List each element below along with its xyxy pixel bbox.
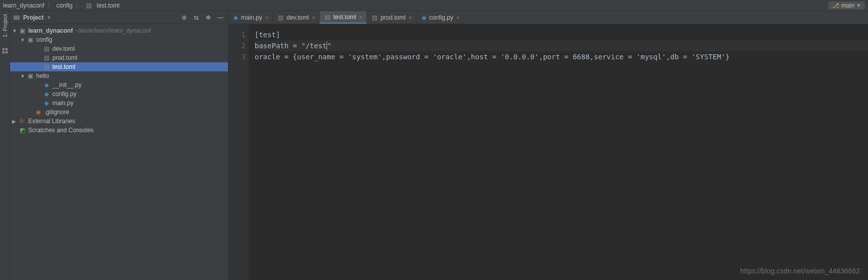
tree-file[interactable]: ◆ __init__.py [10, 80, 228, 89]
toml-file-icon: ▤ [42, 45, 50, 52]
editor-tab[interactable]: ▤dev.toml× [273, 11, 320, 24]
editor-tab[interactable]: ◆config.py× [417, 11, 464, 24]
chevron-right-icon: 〉 [47, 1, 53, 10]
toml-file-icon: ▤ [278, 14, 283, 21]
toml-file-icon: ▤ [85, 2, 93, 9]
toml-file-icon: ▤ [372, 14, 377, 21]
breadcrumb: learn_dynaconf 〉 config 〉 ▤ test.toml [3, 1, 828, 10]
editor-tab-bar: ◆main.py×▤dev.toml×▤test.toml×▤prod.toml… [228, 11, 868, 24]
library-icon: ⊪ [18, 118, 26, 125]
tree-file-selected[interactable]: ▤ test.toml [10, 62, 228, 71]
toml-file-icon: ▤ [42, 63, 50, 70]
git-branch-selector[interactable]: ⎇ main ▼ [828, 2, 865, 10]
project-panel: Project ▼ ⊕ ⇆ ✻ — ▼ ▣ learn_dynaconf ~/w… [10, 11, 228, 280]
tree-file[interactable]: ▤ dev.toml [10, 44, 228, 53]
branch-icon: ⎇ [832, 2, 839, 9]
gear-icon[interactable]: ✻ [204, 14, 213, 21]
branch-name: main [841, 2, 854, 9]
code-content[interactable]: [test] basePath = "/test" oracle = {user… [249, 24, 868, 280]
line-number-gutter: 1 2 3 [228, 24, 249, 280]
editor-tab[interactable]: ▤test.toml× [320, 11, 367, 24]
tree-folder-hello[interactable]: ▼ ▣ hello [10, 71, 228, 80]
main-area: 1: Project Project ▼ ⊕ ⇆ ✻ — ▼ ▣ learn_d… [0, 11, 868, 280]
tree-file[interactable]: ◆ main.py [10, 99, 228, 108]
project-view-selector[interactable]: Project ▼ [13, 14, 177, 21]
svg-rect-2 [2, 51, 4, 53]
tab-label: dev.toml [286, 14, 308, 21]
tree-file-gitignore[interactable]: ◉ .gitignore [10, 108, 228, 117]
expand-toggle[interactable]: ▼ [20, 37, 26, 43]
tool-window-stripe: 1: Project [0, 11, 10, 280]
tab-label: prod.toml [380, 14, 406, 21]
tree-file[interactable]: ◆ config.py [10, 89, 228, 99]
project-path-hint: ~/work/learn/learn_dynaconf [75, 27, 151, 34]
python-file-icon: ◆ [233, 14, 238, 21]
breadcrumb-item[interactable]: config [56, 2, 72, 9]
chevron-down-icon: ▼ [856, 3, 861, 8]
tree-scratches[interactable]: ◩ Scratches and Consoles [10, 126, 228, 135]
tree-root[interactable]: ▼ ▣ learn_dynaconf ~/work/learn/learn_dy… [10, 26, 228, 35]
tab-label: test.toml [333, 14, 356, 21]
tree-file[interactable]: ▤ prod.toml [10, 53, 228, 62]
editor-tab[interactable]: ▤prod.toml× [367, 11, 416, 24]
close-icon[interactable]: × [312, 15, 315, 21]
tree-external-libraries[interactable]: ▶ ⊪ External Libraries [10, 117, 228, 126]
hide-icon[interactable]: — [216, 14, 225, 21]
editor-tab[interactable]: ◆main.py× [228, 11, 273, 24]
python-file-icon: ◆ [422, 14, 426, 21]
python-file-icon: ◆ [42, 100, 50, 107]
expand-toggle[interactable]: ▼ [12, 28, 18, 34]
folder-icon: ▣ [26, 36, 34, 43]
python-file-icon: ◆ [42, 90, 50, 98]
expand-toggle[interactable]: ▶ [12, 119, 18, 124]
tab-label: main.py [241, 14, 262, 21]
svg-rect-4 [14, 15, 20, 20]
svg-rect-0 [2, 48, 4, 50]
toml-file-icon: ▤ [325, 14, 330, 21]
editor-area: ◆main.py×▤dev.toml×▤test.toml×▤prod.toml… [228, 11, 868, 280]
tree-folder-config[interactable]: ▼ ▣ config [10, 35, 228, 44]
close-icon[interactable]: × [265, 15, 268, 21]
chevron-right-icon: 〉 [75, 1, 82, 10]
svg-rect-3 [5, 51, 7, 53]
project-tool-button[interactable]: 1: Project [2, 14, 8, 37]
tab-label: config.py [429, 14, 453, 21]
folder-icon: ▣ [26, 72, 34, 79]
chevron-down-icon: ▼ [47, 15, 51, 20]
code-editor[interactable]: 1 2 3 [test] basePath = "/test" oracle =… [228, 24, 868, 280]
project-tree[interactable]: ▼ ▣ learn_dynaconf ~/work/learn/learn_dy… [10, 24, 228, 280]
locate-icon[interactable]: ⊕ [180, 14, 189, 21]
structure-tool-icon[interactable] [2, 47, 9, 54]
breadcrumb-item[interactable]: learn_dynaconf [3, 2, 44, 9]
close-icon[interactable]: × [456, 15, 459, 21]
svg-rect-1 [5, 48, 7, 50]
nav-bar: learn_dynaconf 〉 config 〉 ▤ test.toml ⎇ … [0, 0, 868, 11]
toml-file-icon: ▤ [42, 54, 50, 61]
scratches-icon: ◩ [18, 127, 26, 134]
close-icon[interactable]: × [409, 15, 412, 21]
python-file-icon: ◆ [42, 81, 50, 88]
breadcrumb-item[interactable]: test.toml [97, 2, 119, 9]
gitignore-icon: ◉ [34, 109, 42, 116]
collapse-icon[interactable]: ⇆ [192, 14, 201, 21]
close-icon[interactable]: × [359, 14, 362, 20]
project-panel-header: Project ▼ ⊕ ⇆ ✻ — [10, 11, 228, 24]
folder-icon: ▣ [18, 27, 26, 34]
watermark-text: https://blog.csdn.net/weixin_44836662 [740, 267, 860, 275]
expand-toggle[interactable]: ▼ [20, 73, 26, 79]
project-icon [13, 14, 20, 21]
